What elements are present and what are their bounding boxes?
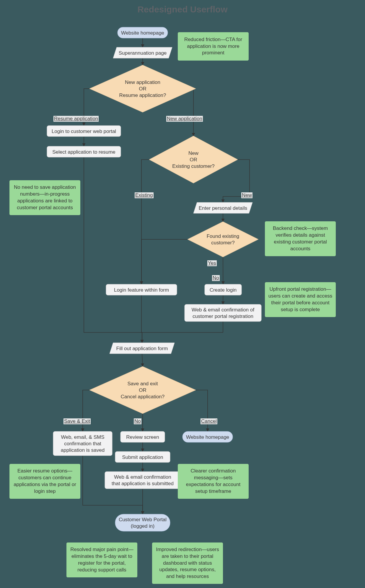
svg-text:Login feature within form: Login feature within form bbox=[114, 287, 169, 293]
note-improved-redirect: Improved redirection—users are taken to … bbox=[152, 542, 223, 584]
svg-text:Select application to resume: Select application to resume bbox=[52, 149, 115, 155]
edge-label-new-app: New application bbox=[166, 116, 203, 122]
svg-text:Review screen: Review screen bbox=[126, 434, 159, 440]
note-easier-resume: Easier resume options—customers can cont… bbox=[9, 464, 80, 499]
edge-label-new: New bbox=[241, 192, 252, 198]
svg-text:Submit application: Submit application bbox=[122, 454, 163, 460]
node-homepage2: Website homepage bbox=[182, 431, 233, 442]
node-login-in-form: Login feature within form bbox=[106, 284, 177, 295]
edge-label-no-found: No bbox=[212, 275, 220, 281]
node-submit-conf: Web & email confirmationthat application… bbox=[105, 472, 180, 489]
note-resolved-pain: Resolved major pain point—eliminates the… bbox=[66, 542, 137, 577]
diagram-stage: Redesigned Userflow Website homepageSupe… bbox=[0, 0, 365, 588]
node-homepage: Website homepage bbox=[118, 27, 168, 38]
node-select-resume: Select application to resume bbox=[47, 146, 121, 157]
edge-label-no-saveexit: No bbox=[134, 418, 141, 424]
svg-text:Create login: Create login bbox=[210, 287, 237, 293]
node-decision-new-existing: NewORExisting customer? bbox=[149, 136, 238, 183]
svg-text:Fill out application form: Fill out application form bbox=[116, 346, 168, 351]
node-submit: Submit application bbox=[115, 451, 170, 462]
edge-label-resume-app: Resume application bbox=[53, 116, 99, 122]
note-no-need-save: No need to save application numbers—in-p… bbox=[9, 180, 80, 215]
node-decision-found: Found existingcustomer? bbox=[188, 222, 258, 257]
edge-label-cancel: Cancel bbox=[201, 418, 217, 424]
node-decision-new-resume: New applicationORResume application? bbox=[89, 65, 196, 112]
node-fill-form: Fill out application form bbox=[110, 343, 175, 354]
node-create-login: Create login bbox=[205, 284, 242, 295]
note-clearer-conf: Clearer confirmation messaging—sets expe… bbox=[178, 464, 249, 499]
node-portal-logged: Customer Web Portal(logged in) bbox=[115, 514, 170, 531]
node-email-conf-reg: Web & email confirmation ofcustomer port… bbox=[185, 304, 261, 321]
svg-text:Web, email, & SMSconfirmation : Web, email, & SMSconfirmation thatapplic… bbox=[61, 434, 105, 453]
node-review: Review screen bbox=[120, 431, 165, 442]
node-enter-details: Enter personal details bbox=[193, 202, 252, 213]
node-save-conf: Web, email, & SMSconfirmation thatapplic… bbox=[53, 431, 112, 456]
note-upfront-portal: Upfront portal registration—users can cr… bbox=[265, 282, 336, 317]
node-login-portal: Login to customer web portal bbox=[47, 126, 121, 137]
svg-text:Website homepage: Website homepage bbox=[121, 30, 164, 36]
svg-text:Login to customer web portal: Login to customer web portal bbox=[52, 129, 116, 134]
svg-text:Website homepage: Website homepage bbox=[186, 434, 229, 440]
note-reduced-friction: Reduced friction—CTA for application is … bbox=[178, 32, 249, 61]
node-super-page: Superannuation page bbox=[113, 47, 172, 58]
svg-text:Superannuation page: Superannuation page bbox=[119, 50, 167, 56]
edge-label-existing: Existing bbox=[135, 192, 154, 198]
note-backend-check: Backend check—system verifies details ag… bbox=[265, 221, 336, 256]
edge-label-save-exit: Save & Exit bbox=[63, 418, 91, 424]
svg-text:Enter personal details: Enter personal details bbox=[199, 205, 247, 211]
edge-label-yes: Yes bbox=[207, 260, 217, 266]
node-decision-saveexit: Save and exitORCancel application? bbox=[89, 366, 196, 414]
